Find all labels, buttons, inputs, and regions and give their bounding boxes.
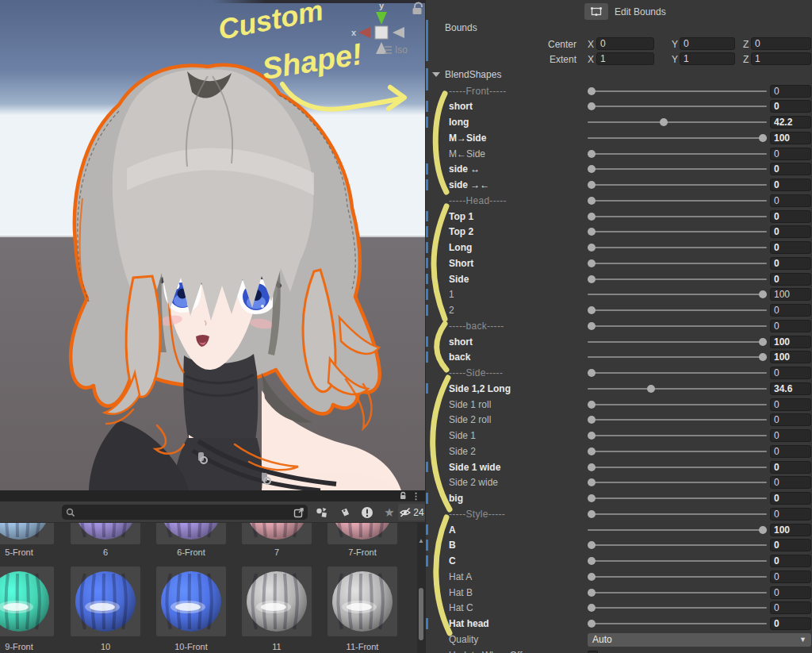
slider-knob[interactable] xyxy=(588,369,596,377)
blendshape-slider[interactable] xyxy=(588,153,767,155)
blendshape-value-field[interactable]: 0 xyxy=(770,148,811,160)
scrollbar-thumb[interactable] xyxy=(419,588,423,640)
blendshape-slider[interactable] xyxy=(588,482,767,483)
slider-knob[interactable] xyxy=(759,290,767,298)
asset-thumbnail[interactable] xyxy=(0,567,54,636)
blendshape-slider[interactable] xyxy=(588,294,767,295)
blendshape-value-field[interactable]: 0 xyxy=(770,367,811,379)
blendshape-slider[interactable] xyxy=(588,278,767,280)
blendshape-slider[interactable] xyxy=(588,200,767,202)
blendshape-value-field[interactable]: 0 xyxy=(770,555,811,567)
slider-knob[interactable] xyxy=(588,259,596,267)
blendshape-value-field[interactable]: 0 xyxy=(770,539,811,551)
slider-knob[interactable] xyxy=(588,432,596,440)
blendshape-slider[interactable] xyxy=(588,529,767,531)
update-when-off-checkbox[interactable] xyxy=(588,651,598,653)
blendshape-value-field[interactable]: 0 xyxy=(770,586,811,599)
warnings-icon[interactable] xyxy=(357,504,377,520)
slider-knob[interactable] xyxy=(759,338,767,346)
blendshape-slider[interactable] xyxy=(588,404,767,405)
asset-thumbnail[interactable] xyxy=(242,567,312,636)
blendshape-value-field[interactable]: 0 xyxy=(770,461,811,474)
blendshapes-title[interactable]: BlendShapes xyxy=(445,69,501,80)
blendshape-slider[interactable] xyxy=(588,231,767,232)
blendshape-slider[interactable] xyxy=(588,576,767,578)
blendshape-slider[interactable] xyxy=(588,184,767,186)
blendshape-slider[interactable] xyxy=(588,356,767,358)
blendshape-value-field[interactable]: 0 xyxy=(770,210,811,223)
center-y-field[interactable]: 0 xyxy=(680,37,735,50)
blendshape-slider[interactable] xyxy=(588,623,767,624)
blendshape-slider[interactable] xyxy=(588,451,767,452)
filter-by-label-icon[interactable] xyxy=(335,504,355,520)
slider-knob[interactable] xyxy=(588,620,596,628)
extent-y-field[interactable]: 1 xyxy=(680,52,735,65)
slider-knob[interactable] xyxy=(588,494,596,502)
edit-bounds-button[interactable] xyxy=(584,3,608,20)
blendshape-value-field[interactable]: 0 xyxy=(770,241,811,254)
search-input[interactable] xyxy=(79,505,285,520)
slider-knob[interactable] xyxy=(647,385,655,393)
blendshape-value-field[interactable]: 0 xyxy=(770,225,811,238)
blendshape-slider[interactable] xyxy=(588,607,767,609)
blendshape-value-field[interactable]: 0 xyxy=(770,100,811,113)
panel-menu-icon[interactable]: ⋮ xyxy=(412,491,420,501)
panel-lock-icon[interactable] xyxy=(398,491,408,501)
asset-thumbnail[interactable] xyxy=(327,567,397,636)
blendshape-value-field[interactable]: 0 xyxy=(770,273,811,286)
slider-knob[interactable] xyxy=(588,541,596,549)
extent-z-field[interactable]: 1 xyxy=(751,52,811,65)
scene-view[interactable]: y x Iso Custom Shape! xyxy=(0,0,425,490)
blendshape-slider[interactable] xyxy=(588,372,767,374)
slider-knob[interactable] xyxy=(588,401,596,409)
blendshape-value-field[interactable]: 100 xyxy=(770,132,811,144)
blendshape-value-field[interactable]: 0 xyxy=(770,570,811,583)
center-z-field[interactable]: 0 xyxy=(751,37,811,50)
slider-knob[interactable] xyxy=(588,589,596,597)
blendshape-value-field[interactable]: 0 xyxy=(770,476,811,489)
blendshape-value-field[interactable]: 100 xyxy=(770,336,811,348)
blendshape-slider[interactable] xyxy=(588,497,767,499)
blendshape-value-field[interactable]: 0 xyxy=(770,601,811,614)
slider-knob[interactable] xyxy=(588,604,596,612)
slider-knob[interactable] xyxy=(588,322,596,330)
blendshape-value-field[interactable]: 0 xyxy=(770,508,811,520)
blendshape-slider[interactable] xyxy=(588,247,767,248)
slider-knob[interactable] xyxy=(588,463,596,471)
blendshape-slider[interactable] xyxy=(588,544,767,546)
blendshape-value-field[interactable]: 0 xyxy=(770,413,811,426)
blendshape-value-field[interactable]: 100 xyxy=(770,351,811,363)
slider-knob[interactable] xyxy=(588,165,596,173)
blendshape-slider[interactable] xyxy=(588,325,767,327)
blendshape-slider[interactable] xyxy=(588,435,767,436)
blendshape-slider[interactable] xyxy=(588,513,767,515)
slider-knob[interactable] xyxy=(588,447,596,455)
assets-scrollbar[interactable]: ▲ xyxy=(417,523,425,653)
slider-knob[interactable] xyxy=(588,306,596,314)
slider-knob[interactable] xyxy=(588,87,596,95)
slider-knob[interactable] xyxy=(660,118,668,126)
blendshape-value-field[interactable]: 0 xyxy=(770,398,811,411)
slider-knob[interactable] xyxy=(588,416,596,424)
blendshape-value-field[interactable]: 0 xyxy=(770,179,811,191)
slider-knob[interactable] xyxy=(588,510,596,518)
blendshape-slider[interactable] xyxy=(588,467,767,468)
asset-thumbnail[interactable] xyxy=(0,523,54,544)
blendshape-slider[interactable] xyxy=(588,90,767,92)
blendshape-slider[interactable] xyxy=(588,560,767,562)
search-field[interactable] xyxy=(62,505,308,520)
asset-thumbnail[interactable] xyxy=(327,523,397,544)
extent-x-field[interactable]: 1 xyxy=(596,52,654,65)
slider-knob[interactable] xyxy=(759,134,767,142)
blendshape-value-field[interactable]: 0 xyxy=(770,304,811,317)
asset-thumbnail[interactable] xyxy=(156,567,226,636)
blendshape-slider[interactable] xyxy=(588,168,767,170)
blendshape-slider[interactable] xyxy=(588,121,767,123)
slider-knob[interactable] xyxy=(588,197,596,205)
slider-knob[interactable] xyxy=(588,244,596,252)
scroll-up-arrow[interactable]: ▲ xyxy=(418,537,424,544)
blendshape-value-field[interactable]: 0 xyxy=(770,429,811,442)
favorites-star-icon[interactable]: ★ xyxy=(379,504,400,520)
blendshape-value-field[interactable]: 0 xyxy=(770,617,811,630)
blendshape-value-field[interactable]: 42.2 xyxy=(770,116,811,129)
